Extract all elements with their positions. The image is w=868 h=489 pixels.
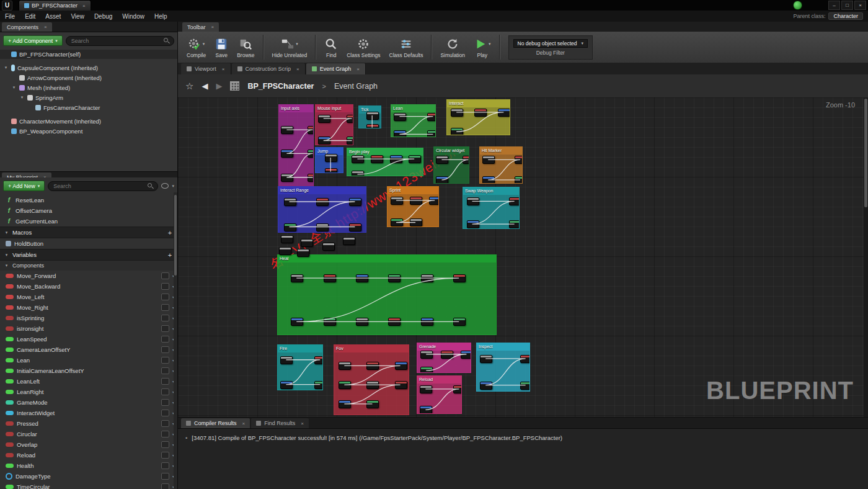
- close-icon[interactable]: ×: [211, 24, 215, 30]
- graph-node[interactable]: [467, 197, 479, 205]
- graph-node[interactable]: [281, 174, 293, 182]
- tree-item-mesh-inherited[interactable]: ▾Mesh (Inherited): [0, 83, 177, 92]
- graph-node[interactable]: [421, 274, 433, 282]
- visibility-toggle[interactable]: [161, 357, 169, 364]
- visibility-toggle[interactable]: [161, 272, 169, 279]
- caret-icon[interactable]: ▾: [4, 253, 9, 258]
- graph-node[interactable]: [391, 197, 403, 205]
- comment-jump[interactable]: Jump: [315, 147, 343, 173]
- section-macros[interactable]: ▾Macros+: [0, 227, 177, 238]
- graph-node[interactable]: [366, 400, 379, 408]
- graph-node[interactable]: [394, 130, 406, 137]
- menu-file[interactable]: File: [0, 12, 20, 21]
- graph-node[interactable]: [308, 150, 314, 158]
- list-item-ciruclar[interactable]: Ciruclar▾: [0, 429, 177, 439]
- comment-begin-play[interactable]: Begin play: [347, 148, 423, 176]
- graph-node[interactable]: [325, 154, 337, 162]
- chevron-down-icon[interactable]: ▾: [203, 42, 205, 47]
- add-new-button[interactable]: + Add New ▾: [3, 181, 45, 191]
- graph-node[interactable]: [347, 137, 353, 145]
- my-blueprint-search-input[interactable]: [48, 183, 148, 189]
- simulation-button[interactable]: Simulation: [436, 35, 469, 60]
- debug-object-dropdown[interactable]: No debug object selected▾: [513, 39, 588, 48]
- menu-asset[interactable]: Asset: [40, 12, 66, 21]
- comment-interact-range[interactable]: Interact Range: [278, 186, 366, 233]
- graph-node[interactable]: [427, 130, 436, 137]
- visibility-toggle[interactable]: [161, 367, 169, 374]
- breadcrumb-root[interactable]: BP_FPSCharacter: [247, 82, 314, 91]
- graph-node[interactable]: [347, 115, 353, 123]
- graph-node[interactable]: [352, 155, 364, 163]
- graph-node[interactable]: [451, 109, 463, 117]
- graph-scrollbar[interactable]: [864, 97, 868, 417]
- graph-node[interactable]: [339, 400, 351, 408]
- comment-tick[interactable]: Tick: [358, 105, 381, 128]
- tree-item-bp-weaponcomponent[interactable]: BP_WeaponComponent: [0, 126, 177, 136]
- graph-node[interactable]: [297, 249, 309, 257]
- list-item-lean[interactable]: Lean▾: [0, 355, 177, 366]
- graph-node[interactable]: [316, 223, 329, 231]
- visibility-toggle[interactable]: [161, 325, 169, 332]
- graph-node[interactable]: [421, 318, 433, 326]
- visibility-toggle[interactable]: [161, 388, 169, 395]
- bookmark-star-icon[interactable]: ☆: [185, 81, 193, 92]
- graph-node[interactable]: [318, 115, 330, 123]
- chevron-down-icon[interactable]: ▾: [296, 42, 298, 47]
- list-item-health[interactable]: Health▾: [0, 460, 177, 471]
- back-arrow-icon[interactable]: ◀: [202, 81, 208, 91]
- list-item-holdbutton[interactable]: HoldButton: [0, 238, 177, 249]
- list-item-issprinting[interactable]: isSprinting▾: [0, 313, 177, 323]
- graph-node[interactable]: [325, 168, 337, 173]
- graph-node[interactable]: [291, 274, 303, 282]
- graph-node[interactable]: [515, 156, 523, 164]
- caret-icon[interactable]: ▾: [11, 85, 17, 90]
- list-item-leanleft[interactable]: LeanLeft▾: [0, 376, 177, 387]
- forward-arrow-icon[interactable]: ▶: [216, 81, 222, 91]
- close-icon[interactable]: ×: [222, 66, 225, 72]
- graph-node[interactable]: [420, 385, 432, 393]
- comment-fov[interactable]: Fov: [334, 344, 409, 415]
- my-blueprint-scrollbar[interactable]: [174, 192, 177, 489]
- graph-node[interactable]: [281, 150, 293, 158]
- graph-node[interactable]: [314, 356, 323, 364]
- tab-event-graph[interactable]: Event Graph×: [306, 63, 366, 74]
- parent-class-value[interactable]: Character: [828, 12, 863, 20]
- graph-node[interactable]: [520, 382, 530, 390]
- graph-node[interactable]: [410, 197, 422, 205]
- list-item-offsetcamera[interactable]: fOffsetCamera: [0, 205, 177, 216]
- visibility-toggle[interactable]: [161, 378, 169, 385]
- list-item-pressed[interactable]: Pressed▾: [0, 418, 177, 429]
- tab-find-results[interactable]: Find Results×: [251, 418, 309, 428]
- graph-node[interactable]: [339, 381, 351, 389]
- graph-node[interactable]: [461, 351, 471, 359]
- graph-node[interactable]: [308, 174, 314, 182]
- add-variables-button[interactable]: +: [166, 251, 174, 259]
- graph-node[interactable]: [343, 237, 355, 245]
- list-item-initialcameraleanoffsety[interactable]: InitialCameraLeanOffsetY▾: [0, 366, 177, 376]
- comment-hit-marker[interactable]: Hit Marker: [479, 146, 523, 184]
- class-settings-button[interactable]: Class Settings: [343, 35, 384, 60]
- graph-node[interactable]: [349, 223, 361, 231]
- comment-circular-widget[interactable]: Circular widget: [433, 146, 469, 184]
- list-item-gamemode[interactable]: GameMode▾: [0, 397, 177, 408]
- graph-node[interactable]: [318, 137, 330, 145]
- window-tab[interactable]: BP_FPSCharacter ×: [19, 0, 91, 11]
- caret-icon[interactable]: ▾: [4, 263, 9, 268]
- graph-node[interactable]: [390, 155, 402, 163]
- tab-viewport[interactable]: Viewport×: [181, 63, 231, 74]
- graph-node[interactable]: [349, 198, 361, 206]
- chevron-down-icon[interactable]: ▾: [489, 42, 491, 47]
- play-button[interactable]: ▾Play: [470, 35, 495, 60]
- visibility-toggle[interactable]: [161, 410, 169, 416]
- list-item-overlap[interactable]: Overlap▾: [0, 439, 177, 450]
- graph-node[interactable]: [453, 318, 466, 326]
- status-icon[interactable]: [793, 1, 802, 10]
- find-button[interactable]: Find: [321, 35, 342, 60]
- close-icon[interactable]: ×: [82, 3, 86, 9]
- graph-list-icon[interactable]: [230, 81, 239, 91]
- graph-node[interactable]: [324, 318, 336, 326]
- list-item-damagetype[interactable]: DamageType▾: [0, 471, 177, 482]
- tree-item-capsulecomponent-inherited[interactable]: ▾CapsuleComponent (Inherited): [0, 63, 177, 73]
- list-item-reload[interactable]: Reload▾: [0, 450, 177, 460]
- visibility-toggle[interactable]: [161, 420, 169, 427]
